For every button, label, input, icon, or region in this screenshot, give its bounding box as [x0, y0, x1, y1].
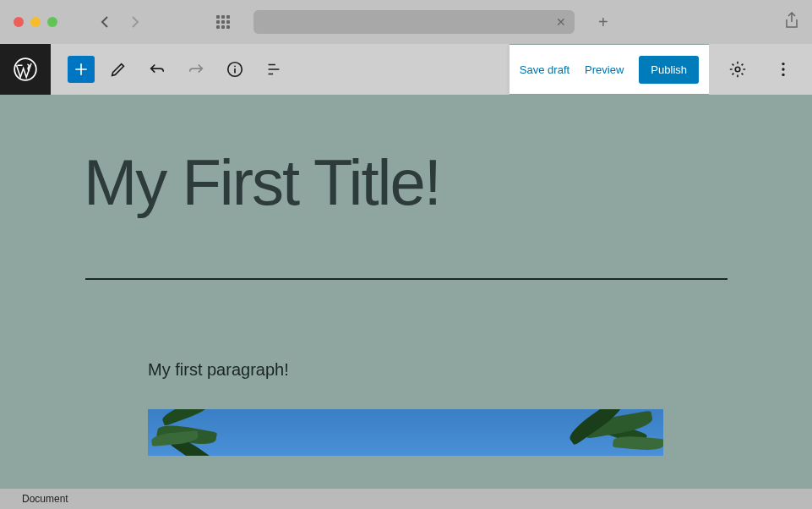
svg-point-3: [735, 67, 740, 72]
svg-point-5: [782, 68, 784, 70]
share-icon[interactable]: [785, 12, 798, 32]
toolbar-left: [51, 44, 510, 95]
publish-panel: Save draft Preview Publish: [510, 45, 709, 94]
close-window-button[interactable]: [14, 17, 24, 27]
maximize-window-button[interactable]: [47, 17, 57, 27]
nav-arrows: [98, 15, 142, 29]
wp-toolbar: Save draft Preview Publish: [0, 44, 812, 95]
info-icon[interactable]: [220, 54, 250, 85]
content-wrapper: Save draft Preview Publish My First Titl…: [0, 44, 812, 509]
outline-icon[interactable]: [259, 54, 289, 85]
add-block-button[interactable]: [68, 56, 95, 83]
redo-icon[interactable]: [181, 54, 211, 85]
wordpress-logo[interactable]: [0, 44, 51, 95]
toolbar-right: [709, 44, 812, 95]
bottom-breadcrumb-bar: Document: [0, 489, 812, 509]
more-options-icon[interactable]: [768, 54, 798, 85]
breadcrumb-document[interactable]: Document: [22, 493, 68, 505]
paragraph-block[interactable]: My first paragraph!: [148, 360, 812, 380]
back-button[interactable]: [98, 15, 112, 29]
settings-gear-icon[interactable]: [722, 54, 753, 85]
preview-button[interactable]: Preview: [585, 63, 624, 76]
url-bar[interactable]: ✕: [253, 10, 575, 34]
save-draft-button[interactable]: Save draft: [520, 63, 569, 76]
clear-url-icon[interactable]: ✕: [556, 15, 566, 29]
editor-area: My First Title! My first paragraph!: [0, 95, 812, 489]
forward-button[interactable]: [128, 15, 142, 29]
svg-point-2: [234, 65, 236, 67]
window-controls: [14, 17, 57, 27]
edit-tool-icon[interactable]: [103, 54, 134, 85]
apps-grid-icon[interactable]: [216, 15, 230, 29]
separator-block[interactable]: [85, 278, 728, 280]
image-block[interactable]: [148, 409, 663, 456]
svg-point-4: [782, 63, 784, 65]
new-tab-button[interactable]: +: [598, 13, 608, 32]
publish-button[interactable]: Publish: [639, 56, 699, 84]
minimize-window-button[interactable]: [30, 17, 41, 27]
svg-point-6: [782, 74, 784, 76]
post-title[interactable]: My First Title!: [84, 145, 812, 219]
browser-chrome: ✕ +: [0, 0, 812, 44]
undo-icon[interactable]: [142, 54, 172, 85]
